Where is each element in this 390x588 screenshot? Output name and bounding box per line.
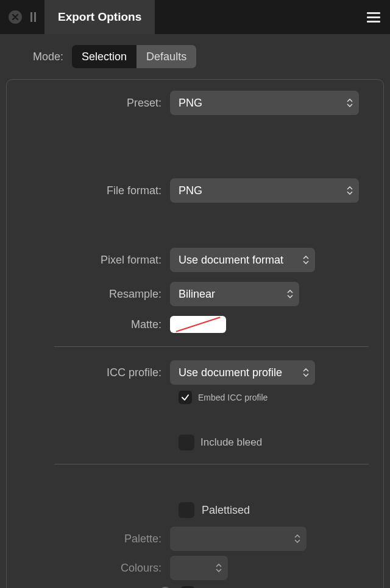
chevron-updown-icon [303, 256, 309, 264]
colours-label: Colours: [21, 562, 170, 575]
palettised-checkbox[interactable] [179, 502, 194, 518]
preset-row: Preset: PNG [21, 91, 369, 115]
icc-profile-value: Use document profile [179, 366, 282, 379]
colours-stepper[interactable] [170, 556, 228, 580]
pixel-format-label: Pixel format: [21, 254, 170, 267]
panel-tab-export-options[interactable]: Export Options [44, 0, 155, 34]
matte-label: Matte: [21, 318, 170, 331]
preset-label: Preset: [21, 97, 170, 110]
resample-row: Resample: Bilinear [21, 282, 369, 306]
palettised-label: Palettised [202, 504, 250, 517]
close-button[interactable] [9, 10, 22, 24]
matte-color-swatch[interactable] [170, 316, 226, 333]
chevron-updown-icon [287, 290, 293, 298]
pixel-format-value: Use document format [179, 254, 283, 267]
icc-profile-dropdown[interactable]: Use document profile [170, 360, 315, 385]
settings-group: Preset: PNG File format: PNG P [6, 79, 384, 588]
chevron-updown-icon [303, 368, 309, 377]
icc-profile-label: ICC profile: [21, 366, 170, 379]
colours-row: Colours: [21, 556, 369, 580]
mode-defaults-button[interactable]: Defaults [136, 45, 196, 68]
palette-label: Palette: [21, 533, 170, 545]
include-bleed-checkbox[interactable] [179, 435, 194, 450]
icc-profile-row: ICC profile: Use document profile [21, 360, 369, 385]
resample-label: Resample: [21, 288, 170, 301]
divider [54, 346, 369, 347]
include-bleed-label: Include bleed [200, 436, 262, 449]
palette-dropdown[interactable] [170, 527, 307, 551]
pixel-format-row: Pixel format: Use document format [21, 248, 369, 272]
preset-dropdown[interactable]: PNG [170, 91, 359, 115]
embed-icc-label: Embed ICC profile [198, 393, 268, 402]
mode-selection-button[interactable]: Selection [72, 45, 136, 68]
chevron-updown-icon [347, 99, 353, 107]
file-format-label: File format: [21, 184, 170, 197]
file-format-row: File format: PNG [21, 178, 369, 203]
panel-menu-button[interactable] [367, 12, 380, 23]
chevron-updown-icon [216, 564, 222, 572]
embed-icc-row: Embed ICC profile [21, 391, 369, 404]
embed-icc-checkbox[interactable] [179, 391, 192, 404]
mode-toggle: Selection Defaults [72, 45, 196, 68]
chevron-updown-icon [347, 186, 353, 195]
resample-dropdown[interactable]: Bilinear [170, 282, 299, 306]
palette-row: Palette: [21, 527, 369, 551]
mode-label: Mode: [33, 51, 63, 63]
palettised-row: Palettised [21, 502, 369, 518]
preset-value: PNG [179, 97, 202, 110]
include-bleed-row: Include bleed [21, 435, 369, 450]
resample-value: Bilinear [179, 288, 215, 301]
mode-row: Mode: Selection Defaults [6, 45, 384, 68]
divider [54, 464, 369, 464]
pixel-format-dropdown[interactable]: Use document format [170, 248, 315, 272]
pause-icon [30, 12, 36, 22]
panel-header: Export Options [0, 0, 390, 34]
panel-body: Mode: Selection Defaults Preset: PNG Fil… [0, 34, 390, 588]
file-format-value: PNG [179, 184, 202, 197]
file-format-dropdown[interactable]: PNG [170, 178, 359, 203]
chevron-updown-icon [294, 534, 300, 543]
matte-row: Matte: [21, 316, 369, 333]
panel-title: Export Options [58, 10, 141, 24]
